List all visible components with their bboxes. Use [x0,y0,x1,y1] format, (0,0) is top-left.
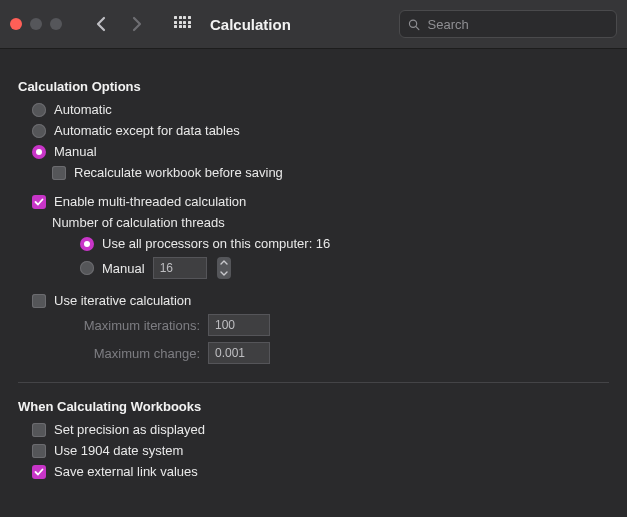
enable-multithread-checkbox[interactable] [32,195,46,209]
search-field[interactable] [399,10,617,38]
radio-use-all-label: Use all processors on this computer: 16 [102,236,330,251]
thread-count-input[interactable] [153,257,207,279]
radio-manual-row[interactable]: Manual [18,144,609,159]
workbooks-heading: When Calculating Workbooks [18,399,609,414]
radio-use-all-processors[interactable] [80,237,94,251]
precision-row[interactable]: Set precision as displayed [18,422,609,437]
thread-count-stepper[interactable] [217,257,231,279]
date1904-row[interactable]: Use 1904 date system [18,443,609,458]
stepper-down-icon[interactable] [217,268,231,279]
radio-automatic-except-label: Automatic except for data tables [54,123,240,138]
iterative-checkbox[interactable] [32,294,46,308]
save-external-row[interactable]: Save external link values [18,464,609,479]
radio-manual[interactable] [32,145,46,159]
minimize-window-button[interactable] [30,18,42,30]
zoom-window-button[interactable] [50,18,62,30]
threads-count-label: Number of calculation threads [52,215,609,230]
max-iterations-label: Maximum iterations: [52,318,200,333]
radio-automatic-row[interactable]: Automatic [18,102,609,117]
radio-automatic-label: Automatic [54,102,112,117]
iterative-label: Use iterative calculation [54,293,191,308]
nav-arrows [90,13,148,35]
radio-thread-manual-row[interactable]: Manual [18,257,609,279]
titlebar: Calculation [0,0,627,49]
date1904-label: Use 1904 date system [54,443,183,458]
max-change-label: Maximum change: [52,346,200,361]
radio-thread-manual-label: Manual [102,261,145,276]
save-external-checkbox[interactable] [32,465,46,479]
iterative-row[interactable]: Use iterative calculation [18,293,609,308]
back-button[interactable] [90,13,112,35]
page-title: Calculation [210,16,291,33]
recalc-before-save-row[interactable]: Recalculate workbook before saving [18,165,609,180]
svg-line-1 [416,26,419,29]
radio-manual-label: Manual [54,144,97,159]
max-iterations-input[interactable] [208,314,270,336]
radio-thread-manual[interactable] [80,261,94,275]
calc-options-heading: Calculation Options [18,79,609,94]
precision-checkbox[interactable] [32,423,46,437]
forward-button[interactable] [126,13,148,35]
radio-use-all-row[interactable]: Use all processors on this computer: 16 [18,236,609,251]
save-external-label: Save external link values [54,464,198,479]
radio-automatic-except[interactable] [32,124,46,138]
radio-automatic[interactable] [32,103,46,117]
recalc-before-save-label: Recalculate workbook before saving [74,165,283,180]
close-window-button[interactable] [10,18,22,30]
enable-multithread-label: Enable multi-threaded calculation [54,194,246,209]
radio-automatic-except-row[interactable]: Automatic except for data tables [18,123,609,138]
precision-label: Set precision as displayed [54,422,205,437]
max-change-row: Maximum change: [52,342,609,364]
stepper-up-icon[interactable] [217,257,231,268]
window-controls [10,18,62,30]
show-all-icon[interactable] [174,16,190,32]
date1904-checkbox[interactable] [32,444,46,458]
recalc-before-save-checkbox[interactable] [52,166,66,180]
section-divider [18,382,609,383]
max-change-input[interactable] [208,342,270,364]
max-iterations-row: Maximum iterations: [52,314,609,336]
content: Calculation Options Automatic Automatic … [0,49,627,501]
search-input[interactable] [426,16,608,33]
enable-multithread-row[interactable]: Enable multi-threaded calculation [18,194,609,209]
search-icon [408,18,420,31]
